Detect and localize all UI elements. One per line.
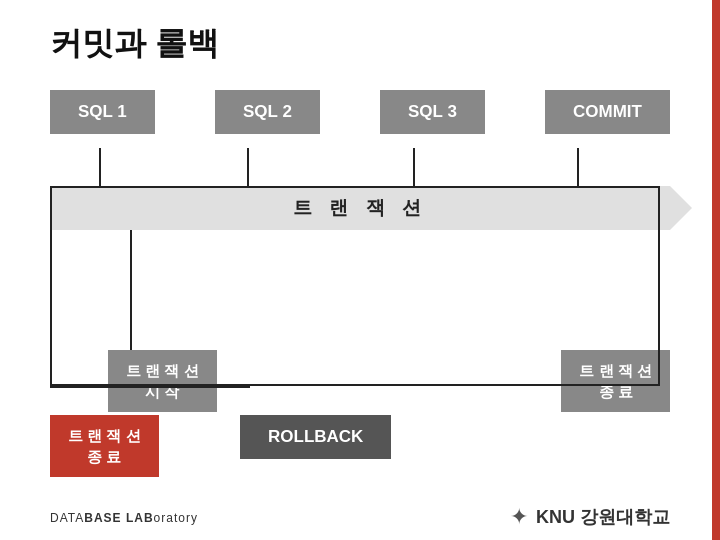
commit-box: COMMIT [545,90,670,134]
vline-sql2 [247,148,249,188]
sql-boxes-row: SQL 1 SQL 2 SQL 3 COMMIT [50,90,670,134]
transaction-box [50,186,660,386]
footer-data: DATA [50,511,84,525]
vline-left-connector [130,230,132,350]
sql2-box: SQL 2 [215,90,320,134]
footer-logo: ✦ KNU 강원대학교 [510,504,670,530]
sql-vlines [50,148,670,188]
vline-sql3 [413,148,415,188]
tx-end-box-left: 트 랜 잭 션 종 료 [50,415,159,477]
sql1-box: SQL 1 [50,90,155,134]
red-sidebar [712,0,720,540]
footer-oratory: oratory [154,511,198,525]
tx-end-left-line1: 트 랜 잭 션 [68,425,141,446]
vline-commit [577,148,579,188]
page-title: 커밋과 롤백 [50,22,219,66]
footer: DATABASE LABoratory [50,508,198,526]
sql3-box: SQL 3 [380,90,485,134]
logo-star-icon: ✦ [510,504,528,530]
vline-sql1 [99,148,101,188]
rollback-box: ROLLBACK [240,415,391,459]
logo-text: KNU 강원대학교 [536,505,670,529]
footer-text: DATABASE LABoratory [50,511,198,525]
footer-base: BASE [84,511,121,525]
rollback-line [50,386,250,388]
footer-lab: LAB [126,511,154,525]
tx-end-left-line2: 종 료 [68,446,141,467]
